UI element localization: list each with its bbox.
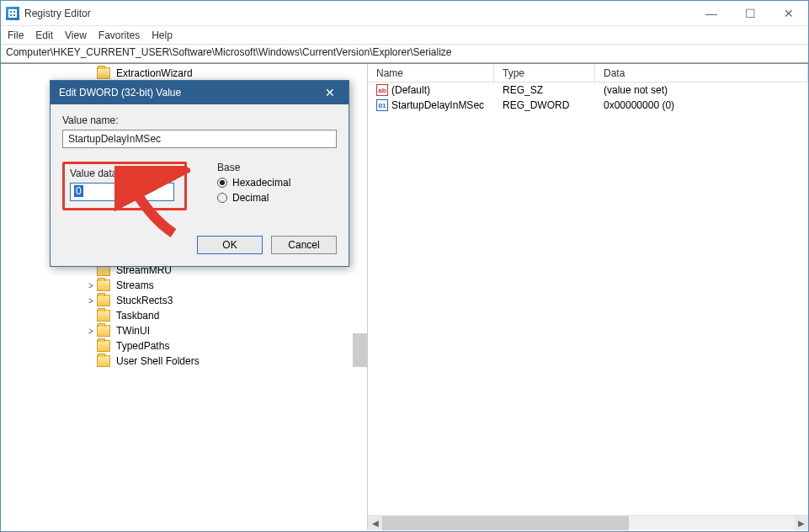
value-name-label: Value name: xyxy=(62,114,337,126)
address-bar[interactable]: Computer\HKEY_CURRENT_USER\Software\Micr… xyxy=(1,45,808,63)
folder-icon xyxy=(97,295,110,306)
value-data: 0x00000000 (0) xyxy=(595,99,808,111)
cancel-button[interactable]: Cancel xyxy=(271,236,337,254)
value-type-icon: ab xyxy=(376,84,388,96)
list-pane: Name Type Data ab(Default)REG_SZ(value n… xyxy=(368,64,808,529)
radio-decimal[interactable]: Decimal xyxy=(217,192,290,204)
list-rows[interactable]: ab(Default)REG_SZ(value not set)01Startu… xyxy=(368,82,808,515)
value-data-highlight: Value data: 0 xyxy=(62,162,187,210)
folder-icon xyxy=(97,279,110,291)
tree-scrollbar-thumb[interactable] xyxy=(353,333,367,367)
app-icon xyxy=(6,7,19,20)
menu-file[interactable]: File xyxy=(8,29,24,41)
menu-help[interactable]: Help xyxy=(152,29,173,41)
tree-label: ExtractionWizard xyxy=(114,67,195,79)
radio-dec-label: Decimal xyxy=(232,192,269,204)
tree-node[interactable]: TypedPaths xyxy=(1,338,367,354)
tree-node[interactable]: User Shell Folders xyxy=(1,354,367,369)
window-title: Registry Editor xyxy=(24,8,692,19)
column-name[interactable]: Name xyxy=(368,64,494,82)
tree-toggle-icon[interactable]: > xyxy=(85,281,97,290)
radio-icon xyxy=(217,193,227,203)
ok-button[interactable]: OK xyxy=(197,236,263,254)
tree-toggle-icon[interactable]: > xyxy=(85,296,97,306)
menu-edit[interactable]: Edit xyxy=(35,29,53,41)
value-type: REG_DWORD xyxy=(494,99,595,111)
tree-node[interactable]: ExtractionWizard xyxy=(1,66,367,81)
value-name: (Default) xyxy=(391,84,430,96)
tree-toggle-icon[interactable]: > xyxy=(85,327,97,336)
list-row[interactable]: 01StartupDelayInMSecREG_DWORD0x00000000 … xyxy=(368,98,808,113)
tree-label: TypedPaths xyxy=(114,340,172,352)
value-data-input[interactable]: 0 xyxy=(70,183,174,201)
base-label: Base xyxy=(217,162,290,173)
scroll-right-icon[interactable]: ▶ xyxy=(794,516,808,530)
menu-favorites[interactable]: Favorites xyxy=(98,29,140,41)
dialog-title: Edit DWORD (32-bit) Value xyxy=(59,87,181,98)
list-horizontal-scrollbar[interactable]: ◀ ▶ xyxy=(368,515,808,529)
menu-view[interactable]: View xyxy=(65,29,87,41)
column-type[interactable]: Type xyxy=(494,64,595,82)
tree-label: Streams xyxy=(114,279,157,291)
scroll-left-icon[interactable]: ◀ xyxy=(368,516,382,530)
dialog-titlebar[interactable]: Edit DWORD (32-bit) Value ✕ xyxy=(51,81,349,104)
list-header: Name Type Data xyxy=(368,64,808,82)
tree-label: StuckRects3 xyxy=(114,295,175,306)
list-row[interactable]: ab(Default)REG_SZ(value not set) xyxy=(368,82,808,98)
value-name: StartupDelayInMSec xyxy=(391,99,484,111)
folder-icon xyxy=(97,67,110,79)
folder-icon xyxy=(97,310,110,322)
menubar: File Edit View Favorites Help xyxy=(1,26,808,45)
value-name-input[interactable] xyxy=(62,130,337,148)
value-data-label: Value data: xyxy=(70,168,179,179)
folder-icon xyxy=(97,355,110,367)
folder-icon xyxy=(97,340,110,352)
edit-dword-dialog: Edit DWORD (32-bit) Value ✕ Value name: … xyxy=(50,80,349,267)
radio-icon xyxy=(217,178,227,188)
tree-node[interactable]: Taskband xyxy=(1,308,367,323)
value-data: (value not set) xyxy=(595,84,808,96)
titlebar: Registry Editor — ☐ ✕ xyxy=(1,1,808,26)
maximize-button[interactable]: ☐ xyxy=(731,1,769,26)
radio-hexadecimal[interactable]: Hexadecimal xyxy=(217,177,290,189)
dialog-close-icon[interactable]: ✕ xyxy=(320,86,340,99)
minimize-button[interactable]: — xyxy=(692,1,731,26)
radio-hex-label: Hexadecimal xyxy=(232,177,290,189)
value-type-icon: 01 xyxy=(376,99,388,111)
tree-node[interactable]: >StuckRects3 xyxy=(1,293,367,308)
tree-label: TWinUI xyxy=(114,325,152,337)
close-button[interactable]: ✕ xyxy=(769,1,808,26)
folder-icon xyxy=(97,325,110,337)
tree-label: Taskband xyxy=(114,310,162,322)
tree-label: User Shell Folders xyxy=(114,355,202,367)
scroll-thumb[interactable] xyxy=(382,516,629,530)
tree-node[interactable]: >TWinUI xyxy=(1,323,367,338)
value-type: REG_SZ xyxy=(494,84,595,96)
column-data[interactable]: Data xyxy=(595,64,808,82)
tree-node[interactable]: >Streams xyxy=(1,278,367,293)
